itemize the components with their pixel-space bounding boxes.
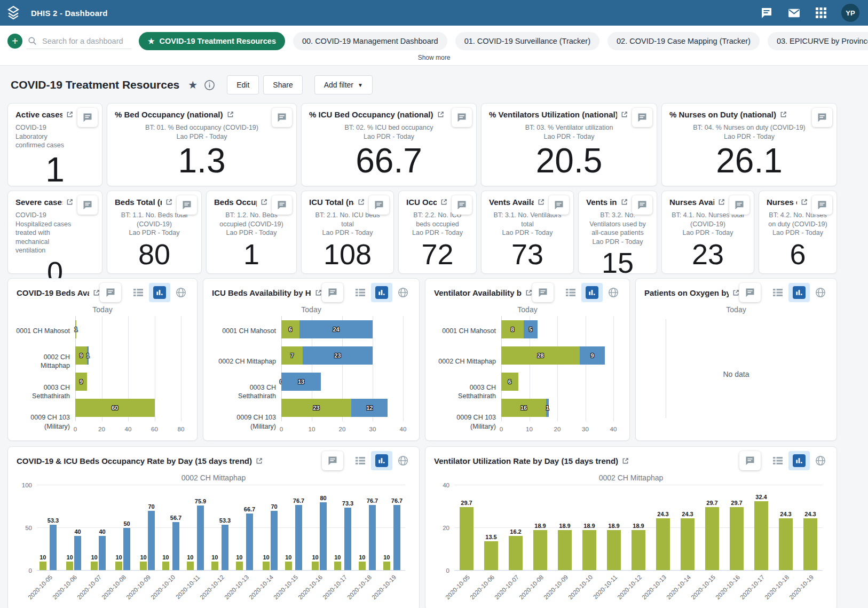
table-view-button[interactable] <box>350 283 371 302</box>
open-in-new-icon[interactable] <box>780 111 787 118</box>
new-dashboard-button[interactable]: + <box>7 34 22 49</box>
add-filter-button[interactable]: Add filter ▼ <box>314 75 373 94</box>
comments-button[interactable] <box>322 451 343 470</box>
page-title: COVID-19 Treatment Resources <box>11 78 179 91</box>
chart-view-button[interactable] <box>581 283 603 302</box>
stat-card-description-line: BT: 01. % Bed occupancy (COVID-19) <box>115 123 289 132</box>
open-in-new-icon[interactable] <box>66 199 73 206</box>
stat-card-description-line: Lao PDR - Today <box>115 132 289 141</box>
dhis2-logo-icon[interactable] <box>0 0 27 26</box>
chart-view-button[interactable] <box>149 283 170 302</box>
comments-button[interactable] <box>739 451 761 470</box>
dashboard-chip[interactable]: 03. EPICURVE by Province <box>768 32 868 50</box>
open-in-new-icon[interactable] <box>93 289 100 296</box>
table-view-button[interactable] <box>767 283 788 302</box>
bar <box>383 562 390 570</box>
show-more-link[interactable]: Show more <box>418 54 451 61</box>
stat-card-description-line: Lao PDR - Today <box>586 238 649 247</box>
bar-segment: 23 <box>303 346 373 365</box>
open-in-new-icon[interactable] <box>165 199 172 206</box>
map-view-button[interactable] <box>392 451 414 470</box>
comments-button[interactable] <box>729 195 749 215</box>
bar-segment: 16 <box>501 399 546 417</box>
open-in-new-icon[interactable] <box>525 289 532 296</box>
open-in-new-icon[interactable] <box>358 199 365 206</box>
stat-card-description: BT: 02. % ICU bed occupancyLao PDR - Tod… <box>309 123 469 141</box>
search-input[interactable] <box>41 36 127 46</box>
map-view-button[interactable] <box>810 451 831 470</box>
comments-button[interactable] <box>739 283 761 302</box>
open-in-new-icon[interactable] <box>227 111 234 118</box>
open-in-new-icon[interactable] <box>256 457 263 464</box>
comments-button[interactable] <box>322 283 343 302</box>
comments-button[interactable] <box>77 108 98 127</box>
comments-button[interactable] <box>100 283 121 302</box>
bar <box>285 562 292 570</box>
dashboard-chip[interactable]: 00. COVID-19 Management Dashboard <box>293 32 447 50</box>
table-view-button[interactable] <box>350 451 371 470</box>
bar-value-label: 80 <box>320 495 326 501</box>
bar-group: 1070 <box>258 485 282 570</box>
bar-value-label: 70 <box>148 503 154 510</box>
chart-card-controls <box>739 283 831 302</box>
dashboard-search[interactable] <box>27 34 131 49</box>
open-in-new-icon[interactable] <box>440 199 447 206</box>
category-label: 0003 CH Setthathirath <box>211 377 281 407</box>
comments-button[interactable] <box>272 108 292 127</box>
bar-value-label: 56.7 <box>170 515 182 521</box>
map-view-button[interactable] <box>603 283 624 302</box>
table-view-button[interactable] <box>128 283 149 302</box>
chart-view-button[interactable] <box>371 451 392 470</box>
bar-chart-icon <box>153 286 166 299</box>
map-view-button[interactable] <box>170 283 192 302</box>
share-button[interactable]: Share <box>263 75 302 94</box>
comments-button[interactable] <box>452 195 472 215</box>
comments-button[interactable] <box>272 195 292 215</box>
open-in-new-icon[interactable] <box>801 199 808 206</box>
comments-button[interactable] <box>632 195 652 215</box>
comments-button[interactable] <box>812 195 832 215</box>
open-in-new-icon[interactable] <box>621 199 628 206</box>
chart-view-button[interactable] <box>371 283 392 302</box>
comments-button[interactable] <box>812 108 832 127</box>
star-icon[interactable]: ★ <box>188 80 198 90</box>
open-in-new-icon[interactable] <box>718 199 725 206</box>
interpretations-icon[interactable] <box>760 6 773 19</box>
comments-button[interactable] <box>632 108 652 127</box>
open-in-new-icon[interactable] <box>621 111 628 118</box>
bar <box>393 505 400 570</box>
bar-chart-icon <box>793 286 806 299</box>
comments-button[interactable] <box>177 195 197 215</box>
bar <box>162 562 169 570</box>
info-icon[interactable] <box>204 80 215 91</box>
open-in-new-icon[interactable] <box>437 111 444 118</box>
chart-view-button[interactable] <box>788 451 810 470</box>
open-in-new-icon[interactable] <box>732 289 739 296</box>
apps-grid-icon[interactable] <box>815 7 827 19</box>
chart-view-button[interactable] <box>788 283 810 302</box>
table-view-button[interactable] <box>767 451 788 470</box>
open-in-new-icon[interactable] <box>538 199 545 206</box>
open-in-new-icon[interactable] <box>66 111 73 118</box>
avatar[interactable]: YP <box>841 4 859 22</box>
bar-segment: 9 <box>75 346 87 365</box>
edit-button[interactable]: Edit <box>227 75 259 94</box>
comments-button[interactable] <box>369 195 389 215</box>
open-in-new-icon[interactable] <box>622 457 629 464</box>
mail-icon[interactable] <box>787 6 801 20</box>
map-view-button[interactable] <box>810 283 831 302</box>
comments-button[interactable] <box>452 108 472 127</box>
bar-value-label: 70 <box>271 503 277 510</box>
dashboard-chip-selected[interactable]: ★COVID-19 Treatment Resources <box>139 32 285 50</box>
comments-button[interactable] <box>549 195 569 215</box>
dashboard-chip[interactable]: 02. COVID-19 Case Mapping (Tracker) <box>607 32 760 50</box>
map-view-button[interactable] <box>392 283 414 302</box>
open-in-new-icon[interactable] <box>315 289 322 296</box>
table-view-button[interactable] <box>560 283 581 302</box>
comments-button[interactable] <box>532 283 554 302</box>
comments-button[interactable] <box>77 195 98 215</box>
open-in-new-icon[interactable] <box>261 199 267 206</box>
bar-value-label: 12 <box>366 405 373 411</box>
bar-group: 1053.3 <box>209 485 233 570</box>
dashboard-chip[interactable]: 01. COVID-19 Surveillance (Tracker) <box>455 32 599 50</box>
